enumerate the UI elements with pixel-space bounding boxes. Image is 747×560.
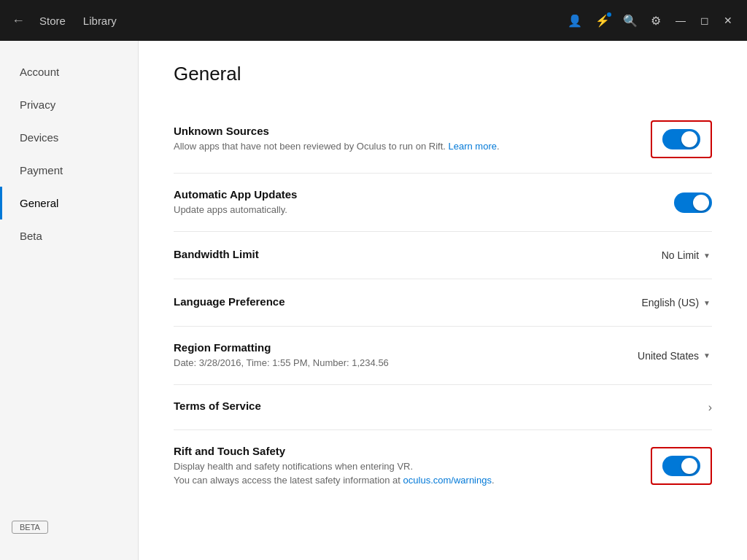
close-button[interactable]: ✕ [721,13,735,28]
unknown-sources-toggle[interactable] [662,129,700,149]
oculus-warnings-link[interactable]: oculus.com/warnings [403,475,492,486]
setting-info-terms: Terms of Service [174,400,691,415]
rift-safety-toggle[interactable] [662,456,700,476]
setting-control-region: United States ▼ [636,347,712,365]
sidebar-item-account[interactable]: Account [0,55,138,88]
titlebar: ← Store Library 👤 ⚡ 🔍 ⚙ — ◻ ✕ [0,0,747,41]
nav-store[interactable]: Store [39,12,66,30]
setting-control-auto-updates [674,192,712,213]
sidebar-beta-area: BETA [0,514,138,545]
setting-info-unknown-sources: Unknown Sources Allow apps that have not… [174,125,633,153]
setting-auto-updates: Automatic App Updates Update apps automa… [174,174,712,232]
window-controls: — ◻ ✕ [673,13,735,28]
learn-more-link[interactable]: Learn more [449,141,497,152]
setting-control-rift-safety [651,447,712,485]
titlebar-icons: 👤 ⚡ 🔍 ⚙ [568,14,661,28]
setting-info-region: Region Formatting Date: 3/28/2016, Time:… [174,341,619,370]
maximize-button[interactable]: ◻ [697,13,712,28]
language-dropdown[interactable]: English (US) ▼ [640,294,713,311]
setting-desc-auto-updates: Update apps automatically. [174,203,657,217]
lightning-icon[interactable]: ⚡ [595,14,610,28]
setting-control-bandwidth: No Limit ▼ [660,246,712,264]
region-dropdown-value: United States [638,350,699,362]
unknown-sources-toggle-knob [681,131,697,147]
rift-safety-highlight [651,447,712,485]
setting-info-auto-updates: Automatic App Updates Update apps automa… [174,188,657,217]
person-icon[interactable]: 👤 [568,14,582,28]
setting-unknown-sources: Unknown Sources Allow apps that have not… [174,106,712,174]
setting-control-language: English (US) ▼ [640,294,713,311]
gear-icon[interactable]: ⚙ [651,14,661,28]
app-body: Account Privacy Devices Payment General … [0,41,747,560]
bandwidth-dropdown-value: No Limit [662,249,699,261]
setting-desc-region: Date: 3/28/2016, Time: 1:55 PM, Number: … [174,357,619,370]
setting-control-terms[interactable]: › [708,401,712,414]
setting-desc-unknown-sources: Allow apps that have not been reviewed b… [174,140,633,153]
sidebar: Account Privacy Devices Payment General … [0,41,139,560]
setting-info-language: Language Preference [174,295,623,311]
rift-safety-toggle-knob [681,458,697,474]
setting-label-terms: Terms of Service [174,400,691,412]
setting-desc-rift-safety: Display health and safety notifications … [174,460,633,486]
sidebar-item-general[interactable]: General [0,187,138,219]
setting-label-region: Region Formatting [174,341,619,354]
auto-updates-toggle[interactable] [674,192,712,213]
language-dropdown-value: English (US) [642,297,700,308]
setting-label-auto-updates: Automatic App Updates [174,188,657,201]
auto-updates-toggle-knob [693,195,709,211]
region-dropdown-arrow: ▼ [703,351,711,359]
setting-label-unknown-sources: Unknown Sources [174,125,633,137]
setting-info-bandwidth: Bandwidth Limit [174,248,643,263]
back-button[interactable]: ← [12,13,25,28]
sidebar-item-payment[interactable]: Payment [0,154,138,187]
setting-rift-safety: Rift and Touch Safety Display health and… [174,430,712,501]
nav-library[interactable]: Library [83,12,117,30]
setting-info-rift-safety: Rift and Touch Safety Display health and… [174,445,633,486]
setting-region-formatting: Region Formatting Date: 3/28/2016, Time:… [174,327,712,385]
setting-label-bandwidth: Bandwidth Limit [174,248,643,260]
minimize-button[interactable]: — [673,13,689,28]
setting-label-rift-safety: Rift and Touch Safety [174,445,633,457]
search-icon[interactable]: 🔍 [623,14,638,28]
region-dropdown[interactable]: United States ▼ [636,347,712,365]
unknown-sources-highlight [651,120,712,158]
sidebar-item-privacy[interactable]: Privacy [0,88,138,121]
setting-control-unknown-sources [651,120,712,158]
setting-bandwidth-limit: Bandwidth Limit No Limit ▼ [174,232,712,279]
sidebar-nav: Account Privacy Devices Payment General … [0,55,138,252]
setting-label-language: Language Preference [174,295,623,308]
bandwidth-dropdown[interactable]: No Limit ▼ [660,246,712,264]
setting-language: Language Preference English (US) ▼ [174,279,712,327]
bandwidth-dropdown-arrow: ▼ [703,252,711,260]
terms-chevron-icon[interactable]: › [708,401,712,413]
page-title: General [174,63,712,85]
setting-terms: Terms of Service › [174,385,712,430]
content-area: General Unknown Sources Allow apps that … [139,41,747,560]
titlebar-nav: Store Library [39,12,568,30]
sidebar-item-beta[interactable]: Beta [0,219,138,252]
language-dropdown-arrow: ▼ [703,299,711,307]
sidebar-item-devices[interactable]: Devices [0,121,138,154]
beta-badge[interactable]: BETA [12,521,48,534]
